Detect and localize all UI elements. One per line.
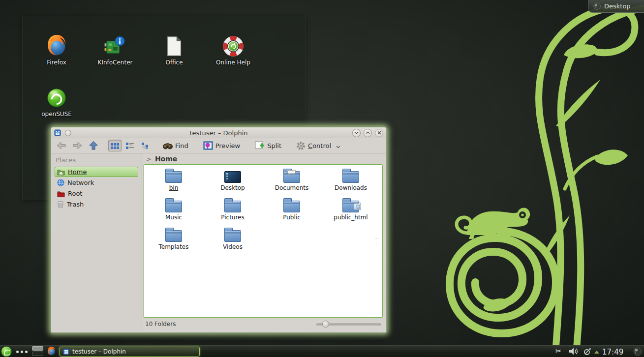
online-help-icon: [222, 35, 245, 58]
forward-button[interactable]: [70, 140, 85, 151]
places-header: Places: [55, 155, 138, 167]
kinfocenter-icon: [104, 35, 126, 58]
sticky-button[interactable]: [65, 130, 71, 136]
pager-desktop-1[interactable]: [32, 346, 43, 351]
breadcrumb-chevron: >: [146, 155, 152, 163]
trash-icon: [57, 201, 64, 208]
desktop-icon-label: Office: [147, 59, 201, 66]
desktop-icon-kinfocenter[interactable]: KInfoCenter: [88, 35, 142, 66]
breadcrumb-location[interactable]: Home: [155, 155, 177, 163]
split-button[interactable]: Split: [253, 140, 283, 151]
icons-view-button[interactable]: [108, 140, 122, 151]
folder-label: Public: [283, 214, 301, 221]
folder-item-documents[interactable]: Documents: [265, 168, 319, 191]
desktop-icon-label: Online Help: [206, 59, 260, 66]
columns-view-button[interactable]: [139, 140, 152, 151]
folder-label: Pictures: [221, 214, 245, 221]
dolphin-window: testuser – Dolphin: [51, 127, 387, 333]
up-button[interactable]: [87, 140, 100, 151]
panel-cashew-icon[interactable]: [633, 347, 642, 356]
desktop-icon-label: openSUSE: [30, 111, 84, 118]
control-label: Control: [308, 142, 331, 149]
place-label: Network: [67, 179, 94, 186]
taskbar-task-dolphin[interactable]: testuser – Dolphin: [60, 347, 200, 357]
folder-item-public[interactable]: Public: [265, 197, 319, 221]
folder-label: Templates: [158, 243, 188, 250]
folder-icon: [224, 201, 241, 212]
split-label: Split: [267, 142, 281, 149]
folder-item-downloads[interactable]: Downloads: [324, 168, 378, 191]
status-text: 10 Folders: [145, 321, 176, 327]
device-notifier-icon[interactable]: [583, 347, 592, 356]
place-trash[interactable]: Trash: [55, 199, 138, 209]
folder-item-pictures[interactable]: Pictures: [206, 197, 260, 221]
root-folder-icon: [57, 190, 65, 197]
place-label: Root: [68, 190, 82, 197]
details-view-button[interactable]: [123, 140, 137, 151]
place-label: Home: [68, 168, 87, 176]
up-icon: [89, 141, 98, 150]
back-button[interactable]: [54, 140, 68, 151]
folder-label: Desktop: [220, 184, 245, 191]
status-bar: 10 Folders: [142, 318, 386, 330]
folder-label: public_html: [334, 214, 368, 221]
volume-icon[interactable]: [569, 347, 578, 356]
close-icon: [377, 131, 381, 135]
find-button[interactable]: Find: [161, 141, 190, 150]
chevron-down-icon: [336, 146, 340, 149]
folder-icon: [165, 171, 182, 183]
place-network[interactable]: Network: [55, 178, 138, 188]
desktop-icon-opensuse[interactable]: openSUSE: [30, 87, 84, 118]
desktop-icon-online-help[interactable]: Online Help: [206, 35, 260, 66]
preview-icon: [203, 141, 213, 150]
folder-item-desktop[interactable]: Desktop: [206, 168, 260, 191]
folder-item-music[interactable]: Music: [147, 197, 201, 221]
network-globe-icon: [57, 179, 64, 186]
folder-item-public-html[interactable]: public_html: [324, 197, 378, 221]
folder-item-templates[interactable]: Templates: [147, 227, 201, 250]
virtual-desktop-pager[interactable]: [32, 346, 43, 357]
folder-label: Documents: [275, 184, 308, 191]
window-title: testuser – Dolphin: [51, 129, 386, 137]
split-icon: [255, 141, 265, 150]
cashew-icon: [593, 2, 601, 10]
folder-item-bin[interactable]: bin: [147, 168, 201, 191]
klipper-scissors-icon[interactable]: ✂: [555, 347, 562, 356]
taskbar-clock[interactable]: 17:49: [602, 348, 627, 357]
place-home[interactable]: Home: [55, 167, 138, 177]
taskbar: testuser – Dolphin ✂ 17:49: [0, 345, 644, 357]
folder-label: Downloads: [335, 184, 367, 191]
splitter-grip[interactable]: ⋮⋮: [374, 236, 379, 246]
tray-expander-arrow-icon[interactable]: [594, 351, 599, 354]
breadcrumb[interactable]: > Home: [142, 153, 386, 164]
desktop-icon-office[interactable]: Office: [147, 35, 201, 66]
firefox-icon: [45, 35, 68, 58]
place-label: Trash: [67, 201, 84, 208]
zoom-slider-handle[interactable]: [322, 321, 329, 327]
firefox-taskbar-icon[interactable]: [47, 347, 56, 356]
desktop-icon-label: Firefox: [30, 59, 84, 66]
home-folder-icon: [57, 169, 65, 176]
minimize-button[interactable]: [352, 129, 361, 137]
app-launcher-button[interactable]: [1, 346, 12, 357]
pager-desktop-2[interactable]: [32, 352, 43, 356]
desktop-toolbox[interactable]: Desktop: [588, 0, 644, 13]
place-root[interactable]: Root: [55, 188, 138, 199]
desktop-root: { "colors": { "accent_green": "#a3cd5f",…: [0, 0, 644, 357]
close-button[interactable]: [375, 129, 383, 137]
desktop-icon-firefox[interactable]: Firefox: [30, 35, 84, 66]
folder-view[interactable]: ⋮⋮ bin Desktop Documents Downloads: [144, 164, 383, 318]
toolbox-label: Desktop: [604, 2, 631, 10]
control-button[interactable]: Control: [294, 140, 333, 151]
folder-icon: [342, 171, 359, 183]
folder-item-videos[interactable]: Videos: [206, 227, 260, 250]
globe-emblem: [354, 203, 361, 210]
maximize-button[interactable]: [364, 129, 372, 137]
desktop-folder-icon: [224, 171, 241, 183]
folder-icon: [165, 230, 182, 242]
zoom-slider[interactable]: [316, 321, 381, 327]
activity-dots-icon[interactable]: [16, 351, 29, 353]
preview-button[interactable]: Preview: [201, 140, 243, 151]
titlebar[interactable]: testuser – Dolphin: [51, 127, 386, 138]
documents-folder-icon: [283, 171, 300, 183]
